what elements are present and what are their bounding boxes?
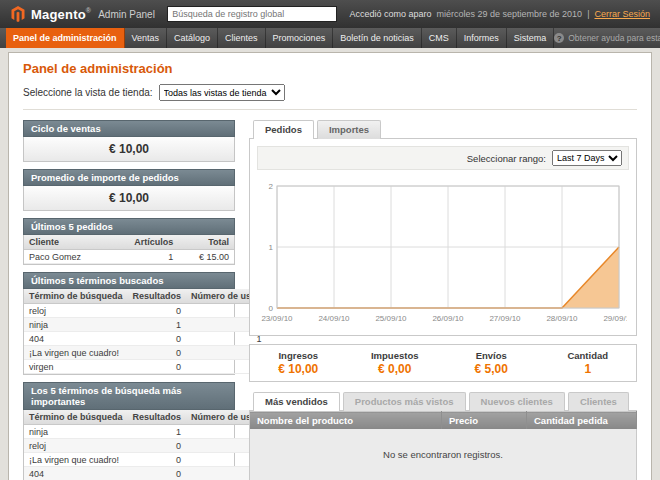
global-search-input[interactable] bbox=[167, 6, 337, 22]
cell: Paco Gomez bbox=[24, 250, 110, 264]
table-row[interactable]: reloj 0 2 bbox=[24, 439, 267, 453]
svg-text:25/09/10: 25/09/10 bbox=[375, 314, 407, 323]
chart-area: 23/09/1024/09/1025/09/1026/09/1027/09/10… bbox=[257, 170, 629, 328]
svg-text:24/09/10: 24/09/10 bbox=[318, 314, 350, 323]
cell: 404 bbox=[24, 332, 128, 346]
stat-value: € 10,00 bbox=[250, 362, 347, 376]
tab-orders[interactable]: Pedidos bbox=[253, 120, 314, 139]
table-row[interactable]: 404 0 1 bbox=[24, 332, 267, 346]
last-orders-title: Últimos 5 pedidos bbox=[23, 218, 235, 235]
column-header: Cantidad pedida bbox=[527, 412, 637, 430]
column-header: Resultados bbox=[128, 410, 187, 425]
svg-text:29/09/10: 29/09/10 bbox=[603, 314, 627, 323]
table-header-row: Término de búsqueda Resultados Número de… bbox=[24, 410, 267, 425]
table-header-row: Término de búsqueda Resultados Número de… bbox=[24, 289, 267, 304]
nav-item-reports[interactable]: Informes bbox=[457, 28, 507, 48]
cell: 404 bbox=[24, 467, 128, 480]
divider bbox=[23, 109, 637, 110]
stat-label: Impuestos bbox=[347, 350, 444, 361]
stat-label: Ingresos bbox=[250, 350, 347, 361]
magento-logo-icon bbox=[10, 6, 26, 22]
nav-item-customers[interactable]: Clientes bbox=[218, 28, 266, 48]
column-header: Término de búsqueda bbox=[24, 410, 128, 425]
range-selector-row: Seleccionar rango: Last 7 Days bbox=[257, 146, 629, 170]
cell: 0 bbox=[128, 332, 187, 346]
column-header: Precio bbox=[442, 412, 527, 430]
cell: ¡La virgen que cuadro! bbox=[24, 346, 128, 360]
header-session-info: Accedió como aparo miércoles 29 de septi… bbox=[349, 9, 650, 19]
dashboard-main-column: Pedidos Importes Seleccionar rango: Last… bbox=[249, 120, 637, 480]
tab-amounts[interactable]: Importes bbox=[317, 120, 381, 139]
last-orders-box: Últimos 5 pedidos Cliente Artículos Tota… bbox=[23, 218, 235, 265]
table-row[interactable]: ninja 1 10 bbox=[24, 425, 267, 439]
top-search-terms-table: Término de búsqueda Resultados Número de… bbox=[24, 410, 267, 480]
page-help-link[interactable]: ? Obtener ayuda para esta página bbox=[554, 28, 660, 48]
help-label: Obtener ayuda para esta página bbox=[568, 33, 660, 43]
nav-item-dashboard[interactable]: Panel de administración bbox=[6, 28, 125, 48]
table-row[interactable]: virgen 0 1 bbox=[24, 360, 267, 374]
cell: ¡La virgen que cuadro! bbox=[24, 453, 128, 467]
table-row[interactable]: ninja 1 10 bbox=[24, 318, 267, 332]
tab-bestsellers[interactable]: Más vendidos bbox=[253, 392, 340, 411]
products-tabs: Más vendidos Productos más vistos Nuevos… bbox=[249, 392, 637, 411]
svg-text:28/09/10: 28/09/10 bbox=[546, 314, 578, 323]
cell: 1 bbox=[110, 250, 178, 264]
table-row[interactable]: ¡La virgen que cuadro! 0 2 bbox=[24, 346, 267, 360]
no-records-message: No se encontraron registros. bbox=[250, 429, 637, 480]
svg-text:1: 1 bbox=[269, 243, 274, 252]
orders-chart-panel: Seleccionar rango: Last 7 Days 23/09/102… bbox=[249, 139, 637, 336]
empty-row: No se encontraron registros. bbox=[250, 429, 637, 480]
logout-link[interactable]: Cerrar Sesión bbox=[594, 9, 650, 19]
column-header: Nombre del producto bbox=[250, 412, 442, 430]
top-header-bar: Magento® Admin Panel Accedió como aparo … bbox=[0, 0, 660, 28]
table-row[interactable]: reloj 0 2 bbox=[24, 304, 267, 318]
last-search-terms-title: Últimos 5 términos buscados bbox=[23, 272, 235, 289]
last-orders-table: Cliente Artículos Total Paco Gomez 1 € 1… bbox=[24, 235, 234, 264]
cell: 1 bbox=[128, 318, 187, 332]
svg-text:27/09/10: 27/09/10 bbox=[489, 314, 521, 323]
nav-item-newsletter[interactable]: Boletín de noticias bbox=[333, 28, 422, 48]
table-row[interactable]: ¡La virgen que cuadro! 0 2 bbox=[24, 453, 267, 467]
svg-text:23/09/10: 23/09/10 bbox=[261, 314, 293, 323]
average-order-title: Promedio de importe de pedidos bbox=[23, 169, 235, 186]
column-header: Resultados bbox=[128, 289, 187, 304]
cell: 0 bbox=[128, 439, 187, 453]
svg-text:26/09/10: 26/09/10 bbox=[432, 314, 464, 323]
store-view-label: Seleccione la vista de tienda: bbox=[23, 87, 153, 98]
current-date-text: miércoles 29 de septiembre de 2010 bbox=[437, 9, 583, 19]
last-search-terms-table: Término de búsqueda Resultados Número de… bbox=[24, 289, 267, 374]
tab-most-viewed[interactable]: Productos más vistos bbox=[343, 392, 466, 411]
nav-item-promotions[interactable]: Promociones bbox=[266, 28, 334, 48]
average-order-box: Promedio de importe de pedidos € 10,00 bbox=[23, 169, 235, 211]
cell: virgen bbox=[24, 360, 128, 374]
totals-bar: Ingresos € 10,00 Impuestos € 0,00 Envíos… bbox=[249, 344, 637, 382]
help-icon: ? bbox=[554, 33, 564, 43]
orders-area-chart: 23/09/1024/09/1025/09/1026/09/1027/09/10… bbox=[259, 178, 627, 326]
table-row[interactable]: 404 0 1 bbox=[24, 467, 267, 480]
cell: 0 bbox=[128, 304, 187, 318]
cell: 0 bbox=[128, 467, 187, 480]
tab-customers[interactable]: Clientes bbox=[568, 392, 629, 411]
cell: ninja bbox=[24, 425, 128, 439]
last-search-terms-box: Últimos 5 términos buscados Término de b… bbox=[23, 272, 235, 375]
tab-new-customers[interactable]: Nuevos clientes bbox=[469, 392, 565, 411]
bestsellers-table: Nombre del producto Precio Cantidad pedi… bbox=[249, 411, 637, 480]
cell: reloj bbox=[24, 439, 128, 453]
column-header: Término de búsqueda bbox=[24, 289, 128, 304]
nav-item-catalog[interactable]: Catálogo bbox=[167, 28, 218, 48]
cell: 1 bbox=[128, 425, 187, 439]
lifetime-sales-title: Ciclo de ventas bbox=[23, 120, 235, 137]
page-title: Panel de administración bbox=[23, 61, 637, 76]
nav-item-sales[interactable]: Ventas bbox=[125, 28, 168, 48]
logged-in-as-text: Accedió como aparo bbox=[349, 9, 431, 19]
range-select[interactable]: Last 7 Days bbox=[552, 150, 622, 166]
nav-item-system[interactable]: Sistema bbox=[507, 28, 555, 48]
average-order-value: € 10,00 bbox=[23, 186, 235, 211]
stat-tax: Impuestos € 0,00 bbox=[347, 350, 444, 376]
nav-item-cms[interactable]: CMS bbox=[422, 28, 457, 48]
table-row[interactable]: Paco Gomez 1 € 15.00 bbox=[24, 250, 234, 264]
stat-shipping: Envíos € 5,00 bbox=[443, 350, 540, 376]
cell: ninja bbox=[24, 318, 128, 332]
store-view-select[interactable]: Todas las vistas de tienda bbox=[159, 84, 285, 101]
top-search-terms-box: Los 5 términos de búsqueda más important… bbox=[23, 382, 235, 480]
